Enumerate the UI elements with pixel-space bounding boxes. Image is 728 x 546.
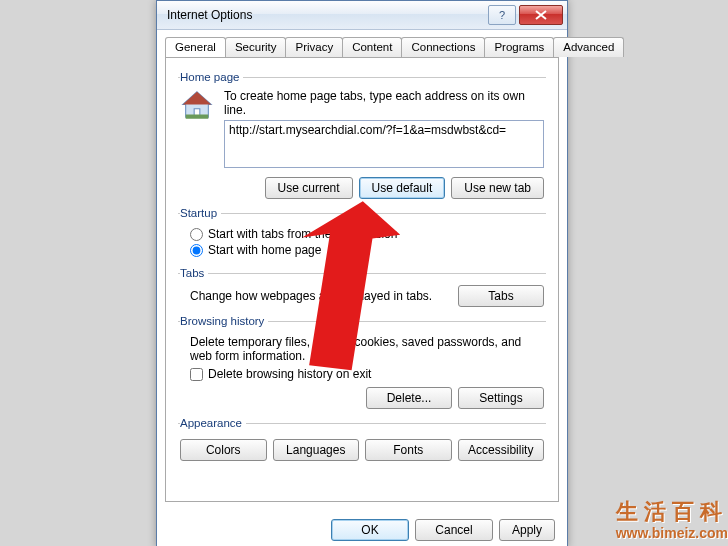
- watermark-url: www.bimeiz.com: [616, 525, 728, 542]
- delete-on-exit-option[interactable]: Delete browsing history on exit: [190, 367, 544, 381]
- tabs-legend: Tabs: [180, 267, 208, 279]
- help-button[interactable]: ?: [488, 5, 516, 25]
- delete-button[interactable]: Delete...: [366, 387, 452, 409]
- tab-advanced[interactable]: Advanced: [553, 37, 624, 57]
- internet-options-dialog: Internet Options ? General Security Priv…: [156, 0, 568, 546]
- startup-last-session-option[interactable]: Start with tabs from the last session: [190, 227, 544, 241]
- appearance-group: Appearance Colors Languages Fonts Access…: [178, 417, 546, 465]
- startup-home-radio[interactable]: [190, 244, 203, 257]
- startup-last-radio[interactable]: [190, 228, 203, 241]
- delete-on-exit-label: Delete browsing history on exit: [208, 367, 371, 381]
- tabs-button[interactable]: Tabs: [458, 285, 544, 307]
- home-icon: [180, 89, 214, 123]
- startup-legend: Startup: [180, 207, 221, 219]
- use-default-button[interactable]: Use default: [359, 177, 446, 199]
- tab-pane-general: Home page To create home page tabs, type…: [165, 57, 559, 502]
- ok-button[interactable]: OK: [331, 519, 409, 541]
- history-text: Delete temporary files, history, cookies…: [190, 335, 544, 363]
- tab-general[interactable]: General: [165, 37, 226, 57]
- cancel-button[interactable]: Cancel: [415, 519, 493, 541]
- titlebar[interactable]: Internet Options ?: [157, 1, 567, 30]
- apply-button[interactable]: Apply: [499, 519, 555, 541]
- use-current-button[interactable]: Use current: [265, 177, 353, 199]
- tab-security[interactable]: Security: [225, 37, 287, 57]
- history-legend: Browsing history: [180, 315, 268, 327]
- close-button[interactable]: [519, 5, 563, 25]
- svg-rect-2: [186, 115, 209, 119]
- startup-last-label: Start with tabs from the last session: [208, 227, 397, 241]
- tabs-text: Change how webpages are displayed in tab…: [190, 289, 450, 303]
- tab-privacy[interactable]: Privacy: [285, 37, 343, 57]
- tab-connections[interactable]: Connections: [401, 37, 485, 57]
- startup-group: Startup Start with tabs from the last se…: [178, 207, 546, 263]
- titlebar-buttons: ?: [488, 5, 563, 25]
- dialog-action-buttons: OK Cancel Apply: [331, 519, 555, 541]
- colors-button[interactable]: Colors: [180, 439, 267, 461]
- startup-home-option[interactable]: Start with home page: [190, 243, 544, 257]
- tab-content[interactable]: Content: [342, 37, 402, 57]
- dialog-body: General Security Privacy Content Connect…: [157, 30, 567, 502]
- svg-marker-1: [183, 92, 211, 105]
- watermark-text: 生活百科: [616, 499, 728, 525]
- browsing-history-group: Browsing history Delete temporary files,…: [178, 315, 546, 413]
- settings-button[interactable]: Settings: [458, 387, 544, 409]
- use-new-tab-button[interactable]: Use new tab: [451, 177, 544, 199]
- window-title: Internet Options: [167, 8, 488, 22]
- tab-strip: General Security Privacy Content Connect…: [165, 37, 559, 58]
- close-icon: [535, 10, 547, 20]
- homepage-group: Home page To create home page tabs, type…: [178, 71, 546, 203]
- accessibility-button[interactable]: Accessibility: [458, 439, 545, 461]
- homepage-legend: Home page: [180, 71, 243, 83]
- homepage-url-input[interactable]: [224, 120, 544, 168]
- watermark: 生活百科 www.bimeiz.com: [616, 499, 728, 542]
- tab-programs[interactable]: Programs: [484, 37, 554, 57]
- startup-home-label: Start with home page: [208, 243, 321, 257]
- homepage-instruction: To create home page tabs, type each addr…: [224, 89, 544, 117]
- fonts-button[interactable]: Fonts: [365, 439, 452, 461]
- languages-button[interactable]: Languages: [273, 439, 360, 461]
- tabs-group: Tabs Change how webpages are displayed i…: [178, 267, 546, 311]
- appearance-legend: Appearance: [180, 417, 246, 429]
- delete-on-exit-checkbox[interactable]: [190, 368, 203, 381]
